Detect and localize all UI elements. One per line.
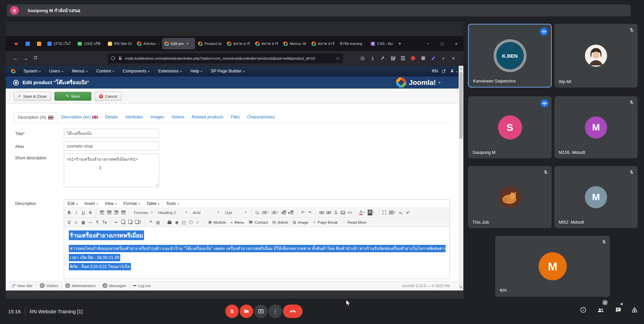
text-color-icon[interactable]: A▼ xyxy=(359,210,365,215)
print-icon[interactable] xyxy=(167,220,172,224)
participant-tile[interactable]: K.BEN Kanokwan Saipetchra xyxy=(468,24,552,88)
anchor-icon[interactable] xyxy=(333,211,338,215)
emoticons-icon[interactable]: ☺ xyxy=(74,220,79,225)
download-icon[interactable] xyxy=(369,54,377,62)
fullscreen-icon[interactable] xyxy=(382,211,387,214)
participant-tile-self[interactable]: M คุณ xyxy=(495,236,610,297)
pinned-tab-orange[interactable] xyxy=(33,39,45,49)
extension-icon[interactable] xyxy=(419,54,427,62)
tab-close-icon[interactable]: × xyxy=(186,41,189,46)
heading-select[interactable]: Heading 2▼ xyxy=(157,211,189,215)
overflow-chevron-icon[interactable]: » xyxy=(439,54,447,62)
numbered-list-icon[interactable]: ▼ xyxy=(272,211,279,214)
browser-tab[interactable]: ตลาด อาร์ xyxy=(253,38,280,49)
background-color-icon[interactable]: A▼ xyxy=(368,210,375,215)
subscript-icon[interactable]: x₂ xyxy=(399,210,403,215)
page-break-button[interactable]: ⇩Page Break xyxy=(312,220,339,224)
paste-icon[interactable] xyxy=(128,221,133,224)
menu-table[interactable]: Table▼ xyxy=(146,201,160,206)
contact-button[interactable]: ☎Contact xyxy=(247,220,269,224)
outdent-icon[interactable]: ◂ xyxy=(281,210,286,215)
italic-icon[interactable]: I xyxy=(74,210,79,215)
administrators-status[interactable]: 5Administrators xyxy=(65,283,95,288)
url-text[interactable]: rnsite.buildinstore.com/administrator/in… xyxy=(125,56,333,60)
visual-blocks-icon[interactable]: ▤ xyxy=(155,220,160,225)
tab-files[interactable]: Files xyxy=(227,112,243,122)
browser-tab-active[interactable]: Edit pro× xyxy=(162,38,195,49)
indent-icon[interactable]: ▸ xyxy=(288,210,293,215)
save-button[interactable]: ✎Save xyxy=(54,92,91,101)
paragraph-icon[interactable]: ¶ xyxy=(95,220,100,225)
browser-tab[interactable]: Articles - R xyxy=(135,38,162,49)
browser-tab[interactable]: (193) บริษั xyxy=(75,38,105,49)
reader-mode-icon[interactable] xyxy=(399,54,407,62)
tab-details[interactable]: Details xyxy=(101,112,122,122)
menu-edit[interactable]: Edit▼ xyxy=(67,201,78,206)
nav-content[interactable]: Content▼ xyxy=(96,69,115,73)
editor-content[interactable]: ร้านเครื่องสำอางเกรดพรีเมี่ยม สาวๆคนไหนก… xyxy=(64,227,450,279)
nav-extensions[interactable]: Extensions▼ xyxy=(158,69,182,73)
activities-button[interactable] xyxy=(631,306,639,314)
browser-tab[interactable]: หัวข้อ training xyxy=(337,38,368,49)
tab-description-th[interactable]: Description (th) xyxy=(14,112,57,122)
browser-tab[interactable]: Menus: All xyxy=(281,38,309,49)
wrench-icon[interactable] xyxy=(379,54,387,62)
people-button[interactable] xyxy=(597,306,605,314)
new-tab-button[interactable]: + xyxy=(398,41,401,47)
short-description-textarea[interactable]: <h1>ร้านเครื่องสำอางเกรดพรีเมี่ยม</h1> xyxy=(64,154,159,187)
align-left-icon[interactable] xyxy=(100,211,104,214)
close-button[interactable]: × xyxy=(449,38,463,49)
nav-menus[interactable]: Menus▼ xyxy=(72,69,88,73)
code-sample-icon[interactable]: {;} xyxy=(181,220,186,225)
url-field[interactable]: rnsite.buildinstore.com/administrator/in… xyxy=(108,53,343,63)
shield-icon[interactable] xyxy=(111,56,116,61)
redo-icon[interactable]: ↷ xyxy=(308,210,312,215)
textarea-resize-grip[interactable] xyxy=(156,184,159,187)
adblock-icon[interactable] xyxy=(409,54,417,62)
table-icon[interactable]: ▼ xyxy=(389,211,396,214)
user-menu[interactable]: ▼ xyxy=(450,68,458,74)
save-close-button[interactable]: ✔Save & Close xyxy=(14,92,51,101)
nav-help[interactable]: Help▼ xyxy=(190,69,203,73)
visitors-status[interactable]: 0Visitors xyxy=(40,283,58,288)
menu-format[interactable]: Format▼ xyxy=(123,201,140,206)
browser-tab[interactable]: ตลาด อาร์ xyxy=(309,38,337,49)
menu-insert[interactable]: Insert▼ xyxy=(84,201,98,206)
insert-grid-icon[interactable]: ▦ xyxy=(81,220,86,225)
participant-tile[interactable]: M Mt52 .Mdsoft xyxy=(554,166,638,228)
font-select[interactable]: Arial▼ xyxy=(191,211,221,215)
bold-icon[interactable]: B xyxy=(67,210,72,215)
paste-text-icon[interactable]: T xyxy=(135,220,141,225)
browser-tab[interactable]: Product lis xyxy=(196,38,224,49)
highlighter-icon[interactable] xyxy=(429,54,437,62)
logout-link[interactable]: Log out xyxy=(133,284,150,288)
end-call-button[interactable] xyxy=(283,305,303,318)
superscript-icon[interactable]: x² xyxy=(406,210,410,215)
maximize-button[interactable]: □ xyxy=(435,38,449,49)
bookmark-star-icon[interactable]: ☆ xyxy=(336,56,340,61)
cut-icon[interactable]: ✂ xyxy=(114,220,119,225)
tab-images[interactable]: Images xyxy=(147,112,168,122)
external-link-icon[interactable] xyxy=(442,69,446,73)
pocket-icon[interactable] xyxy=(359,54,367,62)
forward-icon[interactable]: → xyxy=(20,55,31,61)
pinned-tab-gitlab[interactable] xyxy=(10,39,22,49)
nav-users[interactable]: Users▼ xyxy=(49,69,64,73)
present-button[interactable] xyxy=(254,305,268,318)
browser-tab[interactable]: CSS - Boot xyxy=(368,38,395,49)
strikethrough-icon[interactable]: S xyxy=(88,210,93,215)
reload-icon[interactable] xyxy=(31,55,41,61)
minimize-button[interactable]: − xyxy=(421,38,435,49)
tab-attributes[interactable]: Attributes xyxy=(122,112,147,122)
horizontal-rule-icon[interactable]: — xyxy=(88,220,93,225)
underline-icon[interactable]: U xyxy=(81,210,86,215)
module-button[interactable]: ▣Module xyxy=(207,220,227,224)
browser-tab[interactable]: (373) เว็บไ xyxy=(45,38,75,49)
clear-format-icon[interactable]: Tx xyxy=(102,220,107,225)
special-char-icon[interactable]: Ω xyxy=(67,220,72,225)
browser-tab[interactable]: ตลาด อาร์ xyxy=(225,38,252,49)
nav-sp-page-builder[interactable]: SP Page Builder▼ xyxy=(211,69,245,73)
view-site-link[interactable]: View Site xyxy=(12,284,33,288)
read-more-button[interactable]: ⋯Read More xyxy=(341,220,368,224)
participant-tile[interactable]: Wp MI xyxy=(554,24,638,88)
